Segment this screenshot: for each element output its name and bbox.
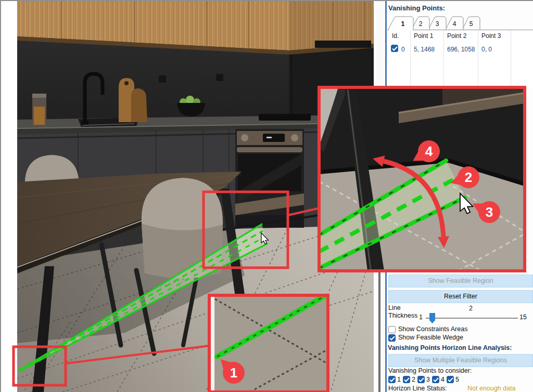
- consider-checkbox-3[interactable]: [417, 376, 425, 383]
- show-feasible-region-button[interactable]: Show Feasible Region: [388, 275, 533, 288]
- col-header-point1[interactable]: Point 1: [414, 32, 433, 40]
- row-point2: 696, 1058: [447, 46, 475, 53]
- slider-max: 15: [519, 313, 527, 321]
- show-constraints-checkbox[interactable]: [388, 326, 396, 333]
- consider-checkbox-1[interactable]: [388, 376, 396, 383]
- consider-label-3[interactable]: 3: [426, 376, 430, 383]
- show-constraints-label[interactable]: Show Constraints Areas: [398, 325, 467, 333]
- thickness-slider-thumb[interactable]: [429, 313, 435, 323]
- col-header-id[interactable]: Id.: [392, 32, 399, 40]
- row-id: 0: [401, 46, 405, 53]
- range-hood: [315, 41, 371, 48]
- consider-label-1[interactable]: 1: [397, 376, 401, 383]
- col-header-point2[interactable]: Point 2: [447, 32, 466, 40]
- app-window: { "panel": { "title": "Vanishing Points:…: [0, 0, 533, 392]
- tab-5-label[interactable]: 5: [469, 20, 473, 28]
- status-label: Horizon Line Status:: [388, 385, 447, 392]
- row-checkbox[interactable]: [391, 45, 398, 52]
- tab-3-label[interactable]: 3: [436, 20, 439, 28]
- consider-label-4[interactable]: 4: [441, 376, 445, 383]
- analysis-title: Vanishing Points Horizon Line Analysis:: [388, 344, 512, 351]
- slider-value: 2: [469, 305, 473, 312]
- slider-label-line: Line: [388, 304, 401, 311]
- row-point3: 0, 0: [481, 46, 492, 53]
- reset-filter-button[interactable]: Reset Filter: [388, 290, 533, 303]
- consider-label-5[interactable]: 5: [455, 376, 459, 383]
- window-top-border: [0, 0, 533, 1]
- panel-title: Vanishing Points:: [388, 4, 445, 12]
- slider-min: 1: [419, 313, 423, 321]
- consider-checkbox-4[interactable]: [432, 376, 439, 383]
- show-wedge-label[interactable]: Show Feasible Wedge: [398, 334, 463, 341]
- tab-1-label[interactable]: 1: [401, 20, 405, 28]
- status-value: Not enough data: [467, 385, 515, 392]
- row-point1: 5, 1468: [414, 46, 435, 53]
- show-multiple-regions-button[interactable]: Show Multiple Feasible Regions: [388, 354, 533, 367]
- tab-2-label[interactable]: 2: [419, 20, 423, 28]
- kitchen-photo: [0, 0, 385, 392]
- vp-tab-strip: 1 2 3 4 5: [387, 16, 533, 31]
- consider-checkbox-2[interactable]: [403, 376, 410, 383]
- consider-label-2[interactable]: 2: [412, 376, 415, 383]
- consider-label: Vanishing Points to consider:: [388, 367, 472, 374]
- thickness-slider-track[interactable]: [426, 318, 518, 319]
- cooktop: [259, 114, 311, 121]
- tab-4-label[interactable]: 4: [453, 20, 456, 28]
- show-wedge-checkbox[interactable]: [388, 334, 396, 342]
- consider-checkbox-5[interactable]: [447, 376, 454, 383]
- vanishing-points-panel: Vanishing Points: 1 2 3 4 5 Id. Point 1 …: [387, 0, 533, 392]
- oven: [235, 129, 304, 228]
- window-left-border: [0, 0, 1, 392]
- photo-scrollbar-thumb[interactable]: [378, 271, 380, 392]
- wall-socket: [216, 74, 223, 81]
- slider-label-thickness: Thickness: [388, 312, 417, 319]
- wall-socket: [159, 75, 166, 83]
- col-header-point3[interactable]: Point 3: [481, 32, 501, 40]
